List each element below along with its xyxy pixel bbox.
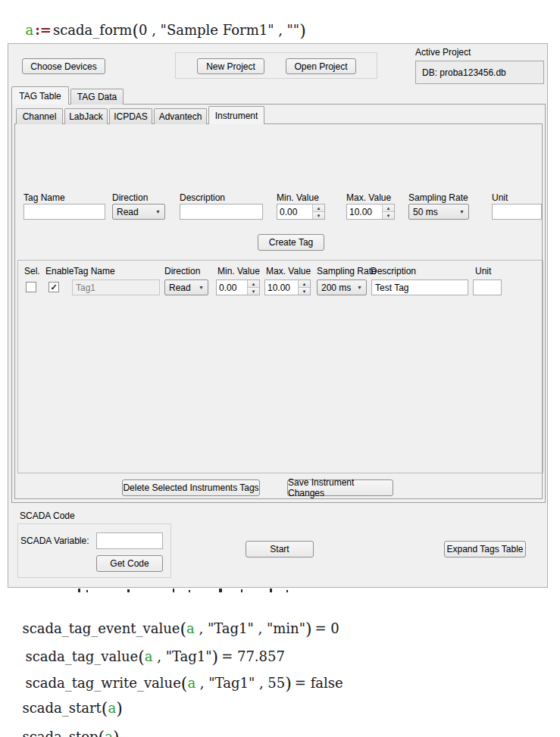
direction-label: Direction	[112, 192, 148, 203]
check-icon: ✓	[50, 283, 57, 292]
scada-form-window: Choose Devices New Project Open Project …	[8, 43, 548, 588]
sampling-rate-combo-value: 50 ms	[413, 207, 438, 217]
row-unit-input[interactable]	[473, 279, 502, 295]
open-project-button[interactable]: Open Project	[286, 58, 356, 74]
row-max-input[interactable]	[265, 280, 298, 295]
close-paren: )	[113, 728, 120, 737]
spin-up-icon[interactable]: ▲	[313, 205, 324, 211]
math-expression-tag-event-value[interactable]: scada_tag_event_value(a , "Tag1" , "min"…	[14, 604, 339, 636]
direction-combo-value: Read	[117, 207, 139, 217]
chevron-down-icon: ▼	[357, 285, 362, 290]
sampling-rate-label: Sampling Rate	[408, 192, 468, 203]
get-code-button[interactable]: Get Code	[96, 555, 163, 572]
direction-combo[interactable]: Read ▼	[112, 204, 165, 220]
new-project-button[interactable]: New Project	[197, 58, 264, 74]
result-value: = 0	[315, 620, 339, 636]
close-paren: )	[299, 21, 306, 40]
close-paren: )	[285, 674, 292, 693]
max-value-spinner[interactable]: ▲ ▼	[346, 204, 395, 220]
math-variable: a	[187, 675, 196, 691]
col-sel-header: Sel.	[24, 266, 40, 276]
spin-down-icon[interactable]: ▼	[313, 211, 324, 219]
chevron-down-icon: ▼	[459, 209, 465, 214]
open-paren: (	[132, 21, 139, 40]
chevron-down-icon: ▼	[199, 285, 204, 290]
math-variable: a	[105, 729, 113, 737]
spin-down-icon[interactable]: ▼	[299, 287, 310, 295]
scada-code-groupbox: SCADA Variable: Get Code	[17, 523, 171, 578]
subtab-channel[interactable]: Channel	[16, 108, 63, 124]
close-paren: )	[305, 620, 312, 639]
spin-up-icon[interactable]: ▲	[248, 280, 259, 287]
scada-code-label: SCADA Code	[20, 511, 75, 521]
spin-down-icon[interactable]: ▼	[383, 211, 394, 219]
chevron-down-icon: ▼	[155, 209, 161, 214]
save-instrument-button[interactable]: Save Instrument Changes	[287, 479, 393, 496]
function-name: scada_stop	[22, 729, 98, 737]
min-value-spinner[interactable]: ▲ ▼	[277, 204, 325, 220]
row-enable-checkbox[interactable]: ✓	[48, 282, 59, 292]
math-variable: a	[25, 22, 33, 38]
tab-tag-table[interactable]: TAG Table	[11, 86, 69, 105]
sampling-rate-combo[interactable]: 50 ms ▼	[408, 204, 469, 220]
row-tag-name-input	[72, 279, 160, 295]
scada-variable-input[interactable]	[96, 532, 163, 549]
subtab-icpdas[interactable]: ICPDAS	[109, 108, 152, 124]
row-direction-combo[interactable]: Read ▼	[164, 279, 208, 295]
delete-selected-button[interactable]: Delete Selected Instruments Tags	[122, 479, 260, 496]
spin-up-icon[interactable]: ▲	[383, 205, 394, 211]
choose-devices-button[interactable]: Choose Devices	[22, 58, 105, 74]
active-project-panel: DB: proba123456.db	[415, 61, 544, 84]
project-groupbox: New Project Open Project	[175, 52, 377, 79]
row-min-input[interactable]	[217, 280, 247, 295]
col-enable-header: Enable	[45, 266, 74, 276]
col-description-header: Description	[371, 266, 416, 276]
min-value-input[interactable]	[277, 205, 312, 219]
active-project-label: Active Project	[415, 47, 471, 58]
result-value: = false	[295, 675, 343, 691]
clipped-formula-fragments	[0, 589, 560, 595]
subtab-advantech[interactable]: Advantech	[154, 108, 207, 124]
function-args: , "Tag1" , 55	[196, 675, 285, 691]
col-max-value-header: Max. Value	[266, 266, 311, 276]
col-min-value-header: Min. Value	[217, 266, 260, 276]
col-direction-header: Direction	[164, 266, 200, 276]
row-max-spinner[interactable]: ▲ ▼	[264, 279, 311, 295]
spin-down-icon[interactable]: ▼	[248, 287, 259, 295]
col-sampling-header: Sampling Rate	[317, 266, 377, 276]
tag-table-panel: Sel. Enable Tag Name Direction Min. Valu…	[17, 260, 543, 473]
unit-label: Unit	[492, 192, 508, 203]
subtab-labjack[interactable]: LabJack	[64, 108, 108, 124]
math-expression-scada-form[interactable]: a:=scada_form(0 , "Sample Form1" , "")	[17, 6, 306, 38]
description-input[interactable]	[180, 204, 263, 220]
create-tag-button[interactable]: Create Tag	[258, 234, 324, 251]
expand-tags-table-button[interactable]: Expand Tags Table	[444, 541, 526, 557]
tab-tag-data[interactable]: TAG Data	[70, 89, 124, 105]
row-description-input[interactable]	[371, 279, 468, 295]
col-tag-name-header: Tag Name	[74, 266, 115, 276]
min-value-label: Min. Value	[277, 192, 319, 203]
math-expression-scada-start[interactable]: scada_start(a)	[14, 684, 123, 716]
spin-up-icon[interactable]: ▲	[299, 280, 310, 287]
subtab-instrument[interactable]: Instrument	[208, 106, 264, 124]
row-direction-value: Read	[169, 283, 191, 293]
assign-operator: :=	[33, 22, 53, 38]
math-expression-scada-stop[interactable]: scada_stop(a)	[14, 713, 120, 737]
description-label: Description	[180, 192, 225, 203]
function-name: scada_form	[53, 22, 132, 38]
open-paren: (	[99, 728, 105, 737]
row-sampling-value: 200 ms	[321, 283, 351, 293]
row-sampling-combo[interactable]: 200 ms ▼	[317, 279, 367, 295]
start-button[interactable]: Start	[246, 541, 314, 557]
scada-variable-label: SCADA Variable:	[20, 536, 89, 546]
col-unit-header: Unit	[475, 266, 491, 276]
row-select-checkbox[interactable]	[26, 282, 36, 292]
db-value: DB: proba123456.db	[422, 67, 506, 78]
function-args: 0 , "Sample Form1" , ""	[139, 22, 299, 38]
unit-input[interactable]	[492, 204, 542, 220]
tag-name-label: Tag Name	[23, 192, 65, 203]
tag-name-input[interactable]	[23, 204, 105, 220]
max-value-label: Max. Value	[346, 192, 391, 203]
row-min-spinner[interactable]: ▲ ▼	[216, 279, 260, 295]
max-value-input[interactable]	[347, 205, 382, 219]
